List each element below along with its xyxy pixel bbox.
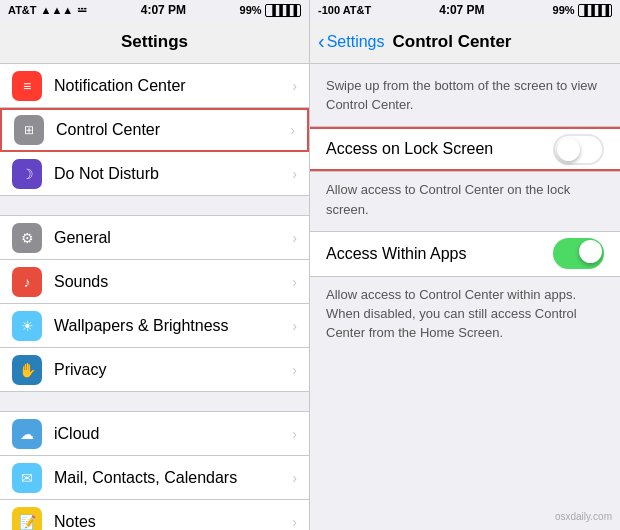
top-description: Swipe up from the bottom of the screen t…: [326, 78, 597, 112]
lock-screen-description-block: Allow access to Control Center on the lo…: [310, 172, 620, 230]
notification-icon: ≡: [12, 71, 42, 101]
settings-item-privacy[interactable]: ✋ Privacy ›: [0, 348, 309, 392]
right-panel: -100 AT&T 4:07 PM 99% ▐▐▐▐ ‹ Settings Co…: [310, 0, 620, 530]
notes-chevron: ›: [292, 514, 297, 530]
mail-chevron: ›: [292, 470, 297, 486]
sounds-chevron: ›: [292, 274, 297, 290]
privacy-icon: ✋: [12, 355, 42, 385]
settings-item-general[interactable]: ⚙ General ›: [0, 216, 309, 260]
right-carrier: -100 AT&T: [318, 4, 371, 16]
mail-label: Mail, Contacts, Calendars: [54, 469, 292, 487]
within-apps-description: Allow access to Control Center within ap…: [326, 287, 577, 340]
icloud-icon: ☁: [12, 419, 42, 449]
settings-item-control-center[interactable]: ⊞ Control Center ›: [0, 108, 309, 152]
right-content: Swipe up from the bottom of the screen t…: [310, 64, 620, 530]
settings-item-mail[interactable]: ✉ Mail, Contacts, Calendars ›: [0, 456, 309, 500]
control-center-chevron: ›: [290, 122, 295, 138]
right-battery-icon: ▐▐▐▐: [578, 4, 612, 17]
general-label: General: [54, 229, 292, 247]
top-description-block: Swipe up from the bottom of the screen t…: [310, 64, 620, 126]
battery-icon: ▐▐▐▐: [265, 4, 301, 17]
lock-screen-toggle-row[interactable]: Access on Lock Screen: [310, 127, 620, 171]
left-status-carrier: AT&T ▲▲▲ 𝌃: [8, 4, 87, 17]
settings-item-dnd[interactable]: ☽ Do Not Disturb ›: [0, 152, 309, 196]
notification-chevron: ›: [292, 78, 297, 94]
section-divider-2: [0, 392, 309, 412]
section-divider-1: [0, 196, 309, 216]
control-center-label: Control Center: [56, 121, 290, 139]
within-apps-toggle-row[interactable]: Access Within Apps: [310, 232, 620, 276]
signal-icon: ▲▲▲: [41, 4, 74, 16]
wallpaper-icon: ☀: [12, 311, 42, 341]
settings-item-icloud[interactable]: ☁ iCloud ›: [0, 412, 309, 456]
sounds-label: Sounds: [54, 273, 292, 291]
right-time: 4:07 PM: [439, 3, 484, 17]
privacy-chevron: ›: [292, 362, 297, 378]
back-button[interactable]: ‹ Settings: [318, 30, 384, 53]
back-chevron-icon: ‹: [318, 30, 325, 53]
icloud-label: iCloud: [54, 425, 292, 443]
sounds-icon: ♪: [12, 267, 42, 297]
settings-item-wallpaper[interactable]: ☀ Wallpapers & Brightness ›: [0, 304, 309, 348]
carrier-label: AT&T: [8, 4, 37, 16]
lock-screen-section: Access on Lock Screen: [310, 126, 620, 172]
general-icon: ⚙: [12, 223, 42, 253]
settings-item-notification[interactable]: ≡ Notification Center ›: [0, 64, 309, 108]
notes-icon: 📝: [12, 507, 42, 530]
left-status-time: 4:07 PM: [141, 3, 186, 17]
left-nav-bar: Settings: [0, 20, 309, 64]
dnd-icon: ☽: [12, 159, 42, 189]
left-panel: AT&T ▲▲▲ 𝌃 4:07 PM 99% ▐▐▐▐ Settings ≡ N…: [0, 0, 310, 530]
control-center-icon: ⊞: [14, 115, 44, 145]
notification-label: Notification Center: [54, 77, 292, 95]
right-battery: 99%: [553, 4, 575, 16]
wallpaper-chevron: ›: [292, 318, 297, 334]
mail-icon: ✉: [12, 463, 42, 493]
battery-label: 99%: [240, 4, 262, 16]
within-apps-toggle-thumb: [579, 240, 602, 263]
lock-screen-toggle[interactable]: [553, 134, 604, 165]
lock-screen-toggle-thumb: [557, 138, 580, 161]
dnd-chevron: ›: [292, 166, 297, 182]
left-status-right: 99% ▐▐▐▐: [240, 4, 301, 17]
privacy-label: Privacy: [54, 361, 292, 379]
lock-screen-description: Allow access to Control Center on the lo…: [326, 182, 570, 216]
settings-item-sounds[interactable]: ♪ Sounds ›: [0, 260, 309, 304]
settings-list: ≡ Notification Center › ⊞ Control Center…: [0, 64, 309, 530]
watermark: osxdaily.com: [555, 511, 612, 522]
within-apps-toggle[interactable]: [553, 238, 604, 269]
back-label: Settings: [327, 33, 385, 51]
within-apps-description-block: Allow access to Control Center within ap…: [310, 277, 620, 355]
settings-item-notes[interactable]: 📝 Notes ›: [0, 500, 309, 530]
lock-screen-label: Access on Lock Screen: [326, 140, 553, 158]
wifi-icon: 𝌃: [77, 4, 87, 17]
within-apps-label: Access Within Apps: [326, 245, 553, 263]
notes-label: Notes: [54, 513, 292, 530]
general-chevron: ›: [292, 230, 297, 246]
wallpaper-label: Wallpapers & Brightness: [54, 317, 292, 335]
right-status-right: 99% ▐▐▐▐: [553, 4, 612, 17]
within-apps-section: Access Within Apps: [310, 231, 620, 277]
right-status-bar: -100 AT&T 4:07 PM 99% ▐▐▐▐: [310, 0, 620, 20]
right-nav-title: Control Center: [392, 32, 511, 52]
dnd-label: Do Not Disturb: [54, 165, 292, 183]
left-status-bar: AT&T ▲▲▲ 𝌃 4:07 PM 99% ▐▐▐▐: [0, 0, 309, 20]
left-nav-title: Settings: [121, 32, 188, 52]
right-nav-bar: ‹ Settings Control Center: [310, 20, 620, 64]
icloud-chevron: ›: [292, 426, 297, 442]
